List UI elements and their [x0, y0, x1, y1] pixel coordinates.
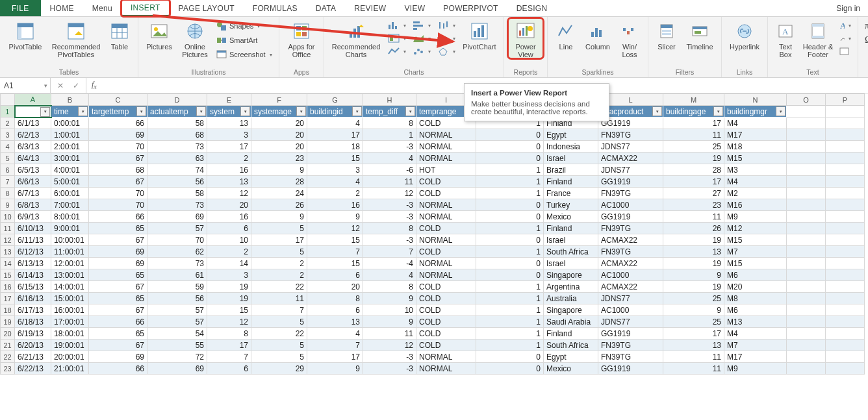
cell[interactable]: 73	[147, 199, 207, 211]
cell[interactable]: 13	[307, 316, 363, 328]
chart-column-button[interactable]: ▾	[385, 19, 409, 31]
cell[interactable]: GG1919	[598, 328, 663, 340]
cell[interactable]: COLD	[416, 293, 476, 304]
cell[interactable]: 3	[207, 129, 251, 141]
cell[interactable]: 4	[307, 117, 363, 129]
cell[interactable]: M9	[724, 363, 787, 375]
cell[interactable]: 6	[207, 223, 251, 234]
cell[interactable]: 11	[363, 328, 416, 340]
row-header[interactable]: 15	[1, 269, 15, 281]
cell[interactable]: 12	[363, 340, 416, 351]
cell[interactable]: JDNS77	[598, 164, 663, 176]
cell[interactable]: 66	[89, 316, 147, 328]
col-header-B[interactable]: B	[51, 94, 89, 106]
cell[interactable]: 68	[147, 129, 207, 141]
cell[interactable]: 6/12/13	[15, 246, 51, 258]
cell[interactable]: Indonesia	[544, 141, 598, 153]
cell[interactable]: 26	[251, 199, 307, 211]
cell[interactable]: FN39TG	[598, 223, 663, 234]
cell[interactable]: 54	[147, 328, 207, 340]
cell[interactable]: 24	[251, 188, 307, 199]
cell[interactable]: 73	[147, 258, 207, 269]
cell[interactable]: 67	[89, 304, 147, 316]
cell[interactable]: 16	[207, 211, 251, 223]
cell[interactable]: 17:00:01	[51, 316, 89, 328]
cell[interactable]: 6/7/13	[15, 188, 51, 199]
cell[interactable]: 22	[251, 281, 307, 293]
filter-button[interactable]: ▾	[405, 106, 415, 116]
cell[interactable]: M15	[724, 258, 787, 269]
tab-design[interactable]: DESIGN	[507, 0, 557, 16]
cell[interactable]: 6/3/13	[15, 141, 51, 153]
cell[interactable]: 65	[89, 223, 147, 234]
cell[interactable]: 0	[476, 363, 544, 375]
cell[interactable]: AC1000	[598, 304, 663, 316]
cell[interactable]: 69	[89, 246, 147, 258]
cell[interactable]: 9:00:01	[51, 223, 89, 234]
cell[interactable]: 70	[89, 188, 147, 199]
cell[interactable]: 11:00:01	[51, 246, 89, 258]
cell[interactable]: Finland	[544, 176, 598, 188]
cell[interactable]: M6	[724, 269, 787, 281]
filter-button[interactable]: ▾	[352, 106, 362, 116]
cell[interactable]: 14:00:01	[51, 281, 89, 293]
filter-button[interactable]: ▾	[776, 106, 785, 116]
col-header-G[interactable]: G	[307, 94, 363, 106]
table-header[interactable]: buildingmgr▾	[724, 106, 787, 117]
cell[interactable]: 0	[476, 129, 544, 141]
cell[interactable]: 6/16/13	[15, 293, 51, 304]
cell[interactable]: 69	[147, 211, 207, 223]
cell[interactable]: 25	[663, 293, 724, 304]
cell[interactable]: 10:00:01	[51, 234, 89, 246]
col-header-D[interactable]: D	[147, 94, 207, 106]
fx-icon[interactable]: fx	[86, 80, 97, 90]
cell[interactable]: 18:00:01	[51, 328, 89, 340]
cell[interactable]: 0	[476, 141, 544, 153]
cell[interactable]: 62	[147, 246, 207, 258]
cell[interactable]: 7	[251, 304, 307, 316]
cell[interactable]: Israel	[544, 258, 598, 269]
cell[interactable]: Mexico	[544, 211, 598, 223]
cell[interactable]: M15	[724, 234, 787, 246]
cell[interactable]: M18	[724, 141, 787, 153]
table-header[interactable]: system▾	[207, 106, 251, 117]
cell[interactable]: 0	[476, 258, 544, 269]
cell[interactable]: 6/13/13	[15, 258, 51, 269]
cell[interactable]: 12	[207, 316, 251, 328]
cell[interactable]: 12:00:01	[51, 258, 89, 269]
cell[interactable]: 65	[89, 328, 147, 340]
cell[interactable]: 1	[363, 129, 416, 141]
row-header[interactable]: 14	[1, 258, 15, 269]
sparkline-winloss-button[interactable]: Win/ Loss	[615, 18, 644, 58]
chart-hierarchy-button[interactable]: ▾	[385, 32, 409, 44]
cell[interactable]: 8	[363, 281, 416, 293]
cell[interactable]: 6/17/13	[15, 304, 51, 316]
table-header[interactable]: date▾	[15, 106, 51, 117]
cell[interactable]: 6/19/13	[15, 328, 51, 340]
cell[interactable]: GG1919	[598, 363, 663, 375]
cell[interactable]: 11	[251, 293, 307, 304]
cell[interactable]: 70	[89, 199, 147, 211]
cell[interactable]: 10	[207, 234, 251, 246]
cell[interactable]: Finland	[544, 328, 598, 340]
cell[interactable]: 11	[663, 363, 724, 375]
cell[interactable]: ACMAX22	[598, 281, 663, 293]
object-button[interactable]	[837, 45, 854, 57]
pictures-button[interactable]: Pictures	[142, 18, 176, 58]
cell[interactable]: 6:00:01	[51, 188, 89, 199]
cell[interactable]: 27	[663, 188, 724, 199]
tab-file[interactable]: FILE	[0, 0, 41, 16]
cell[interactable]: 19	[207, 293, 251, 304]
cell[interactable]: M9	[724, 211, 787, 223]
cell[interactable]: NORMAL	[416, 153, 476, 164]
table-header[interactable]: targettemp▾	[89, 106, 147, 117]
cell[interactable]: 61	[147, 269, 207, 281]
online-pictures-button[interactable]: Online Pictures	[177, 18, 212, 58]
tab-formulas[interactable]: FORMULAS	[244, 0, 307, 16]
equation-button[interactable]: π Equation▾	[862, 19, 868, 32]
cell[interactable]: 11	[663, 211, 724, 223]
cell[interactable]: 2	[251, 269, 307, 281]
sparkline-column-button[interactable]: Column	[581, 18, 614, 58]
cell[interactable]: 13	[207, 176, 251, 188]
cell[interactable]: M20	[724, 281, 787, 293]
